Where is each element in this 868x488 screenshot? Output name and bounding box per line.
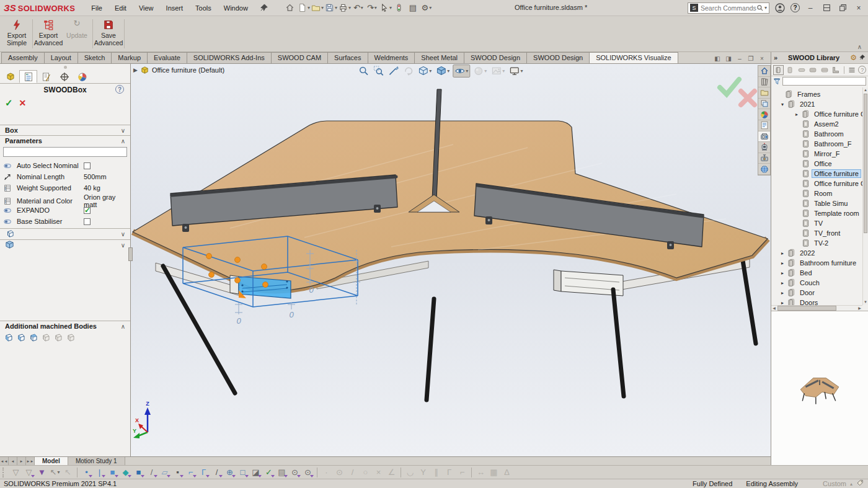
library-tree-item-bathroom[interactable]: Bathroom xyxy=(771,129,862,139)
doc-restore-icon[interactable]: ❐ xyxy=(747,55,755,62)
view-orientation-icon[interactable]: ▾ xyxy=(417,65,433,77)
filter-check-icon[interactable]: ✓ xyxy=(262,466,275,478)
filter-solid-bodies-icon[interactable]: ■ xyxy=(132,466,145,478)
nominal-length-value[interactable]: 500mm xyxy=(84,173,130,180)
redo-icon[interactable]: ↷▾ xyxy=(366,2,378,14)
weight-supported-value[interactable]: 40 kg xyxy=(84,184,130,192)
scroll-right-icon[interactable]: ▶ xyxy=(857,306,862,311)
user-account-icon[interactable] xyxy=(774,2,786,14)
list-view-icon[interactable] xyxy=(847,65,857,75)
sketch-parallel-icon[interactable]: ∥ xyxy=(430,466,443,478)
filter-hatch-icon[interactable]: ◪ xyxy=(249,466,262,478)
feature-help-icon[interactable]: ? xyxy=(115,85,124,94)
menu-file[interactable]: File xyxy=(86,2,107,14)
search-caret-icon[interactable]: ▾ xyxy=(764,5,767,11)
resize-icon[interactable] xyxy=(821,2,832,14)
tree-expander-icon[interactable]: ▸ xyxy=(779,251,786,256)
tab-prev-icon[interactable]: ◄ xyxy=(9,457,17,465)
tree-item-label[interactable]: Office furniture xyxy=(812,169,861,178)
scroll-left-icon[interactable]: ◀ xyxy=(771,306,777,311)
panel-view-1-icon[interactable] xyxy=(773,65,784,75)
tab-next-icon[interactable]: ► xyxy=(17,457,26,465)
file-properties-icon[interactable]: ▤ xyxy=(407,2,419,14)
viewport-breadcrumb[interactable]: Office furniture (Default) xyxy=(152,66,224,74)
sketch-arc-icon[interactable]: ◡ xyxy=(404,466,417,478)
menu-edit[interactable]: Edit xyxy=(110,2,131,14)
config-selector[interactable]: Custom xyxy=(823,480,846,487)
tree-item-label[interactable]: Bathroom_F xyxy=(812,140,854,148)
filter-zoom-n-icon[interactable]: ⊙ xyxy=(288,466,301,478)
scroll-up-icon[interactable]: ▲ xyxy=(863,87,868,93)
menu-insert[interactable]: Insert xyxy=(161,2,188,14)
tab-model[interactable]: Model xyxy=(35,457,68,465)
custom-properties-icon[interactable] xyxy=(758,120,770,131)
library-tree-item-table-simu[interactable]: Table Simu xyxy=(771,198,862,208)
menu-tools[interactable]: Tools xyxy=(190,2,216,14)
options-gear-icon[interactable]: ⚙▾ xyxy=(420,2,433,14)
tab-sketch[interactable]: Sketch xyxy=(78,52,112,63)
filter-planes-icon[interactable]: ▱ xyxy=(158,466,171,478)
panel-drag-handle[interactable] xyxy=(0,64,130,70)
library-tree-item-template-room[interactable]: Template room xyxy=(771,208,862,218)
tree-item-label[interactable]: TV-2 xyxy=(812,239,831,247)
machined-body-icon[interactable] xyxy=(40,332,50,342)
tree-expander-icon[interactable]: ▸ xyxy=(779,260,786,266)
filter-notes-icon[interactable]: ▤ xyxy=(275,466,288,478)
filter-faces-icon[interactable]: ■ xyxy=(106,466,119,478)
tab-motion-study-1[interactable]: Motion Study 1 xyxy=(68,457,125,465)
swood-machining-icon[interactable] xyxy=(758,153,770,164)
resources-icon[interactable] xyxy=(758,77,770,88)
filter-surface-bodies-icon[interactable]: ◆ xyxy=(119,466,132,478)
library-tree-item-frames[interactable]: Frames xyxy=(771,89,862,99)
filter-zoom-a-icon[interactable]: ⊙ xyxy=(301,466,314,478)
library-filter-input[interactable] xyxy=(782,77,866,86)
close-icon[interactable]: × xyxy=(853,2,864,14)
library-tree-item-couch[interactable]: ▸Couch xyxy=(771,278,862,288)
swood-web-icon[interactable] xyxy=(758,164,770,175)
restore-icon[interactable] xyxy=(837,2,848,14)
panel-view-6-icon[interactable] xyxy=(831,65,841,75)
sketch-line-icon[interactable]: / xyxy=(346,466,359,478)
machined-body-icon[interactable] xyxy=(16,332,25,342)
library-tree-item-room[interactable]: Room xyxy=(771,189,862,198)
tree-item-label[interactable]: Table Simu xyxy=(812,199,850,208)
select-arrow-icon[interactable]: ↖▾ xyxy=(48,466,61,478)
filter-lines-icon[interactable]: / xyxy=(210,466,223,478)
tab-surfaces[interactable]: Surfaces xyxy=(327,52,368,63)
undo-icon[interactable]: ↶▾ xyxy=(352,2,365,14)
tree-horizontal-scrollbar[interactable]: ◀ ▶ xyxy=(771,305,862,311)
filter-corners-icon[interactable]: Γ xyxy=(197,466,210,478)
tree-item-label[interactable]: Template room xyxy=(812,209,862,218)
library-help-icon[interactable]: ? xyxy=(858,66,866,74)
search-scope-icon[interactable]: S xyxy=(690,4,698,12)
feature-manager-icon[interactable] xyxy=(19,70,37,83)
grid-icon[interactable]: ▦ xyxy=(487,466,500,478)
search-icon[interactable] xyxy=(756,4,764,12)
tree-expander-icon[interactable]: ▸ xyxy=(779,290,786,296)
scroll-down-icon[interactable]: ▼ xyxy=(863,299,868,305)
tab-layout[interactable]: Layout xyxy=(44,52,78,63)
library-tree-item-bathroom-furniture[interactable]: ▸Bathroom furniture xyxy=(771,258,862,268)
library-tree-item-2022[interactable]: ▸2022 xyxy=(771,248,862,258)
tab-markup[interactable]: Markup xyxy=(111,52,148,63)
filter-origins-icon[interactable]: ⊕ xyxy=(223,466,236,478)
measure-angle-icon[interactable]: ∆ xyxy=(500,466,513,478)
tree-item-label[interactable]: Mirror_F xyxy=(812,149,843,158)
new-document-icon[interactable]: ▾ xyxy=(298,2,310,14)
library-pin-icon[interactable] xyxy=(859,54,866,62)
scrollbar-thumb[interactable] xyxy=(864,94,867,233)
section-body-2[interactable]: ∨ xyxy=(0,239,130,251)
filter-axes-icon[interactable]: / xyxy=(145,466,158,478)
sketch-fork-icon[interactable]: Y xyxy=(417,466,430,478)
panel-splitter[interactable] xyxy=(128,247,133,261)
tree-item-label[interactable]: Frames xyxy=(795,90,823,99)
tree-item-label[interactable]: Office furniture C_SW xyxy=(812,110,868,118)
save-icon[interactable]: ▾ xyxy=(325,2,337,14)
view-palette-icon[interactable] xyxy=(758,99,770,110)
machined-body-icon[interactable] xyxy=(28,332,38,342)
select-icon[interactable]: ▾ xyxy=(379,2,392,14)
filter-wireframe-icon[interactable]: ▽ xyxy=(22,466,35,478)
dimxpert-manager-icon[interactable] xyxy=(55,70,73,83)
pane-right-icon[interactable]: ◨ xyxy=(725,55,732,62)
library-settings-icon[interactable]: ⚙ xyxy=(850,53,857,62)
